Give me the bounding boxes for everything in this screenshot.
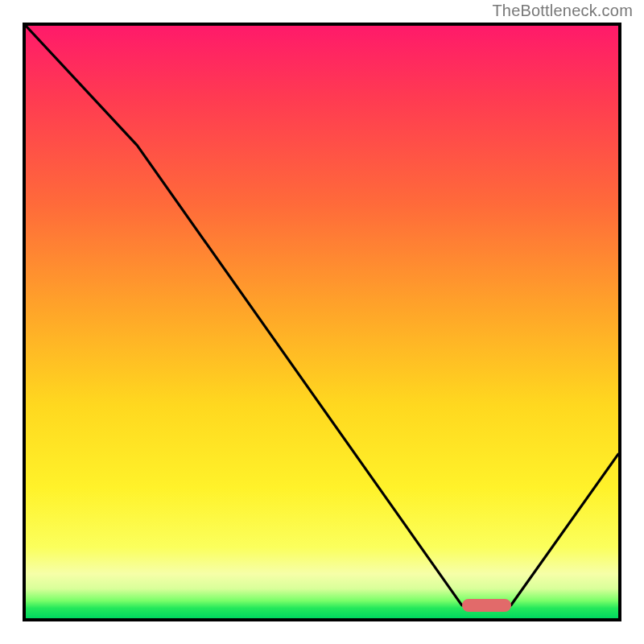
optimal-range-marker: [462, 599, 511, 612]
watermark-label: TheBottleneck.com: [492, 2, 633, 20]
chart-curve: [26, 26, 618, 618]
bottleneck-curve-path: [26, 26, 618, 605]
chart-plot-area: [23, 23, 621, 621]
